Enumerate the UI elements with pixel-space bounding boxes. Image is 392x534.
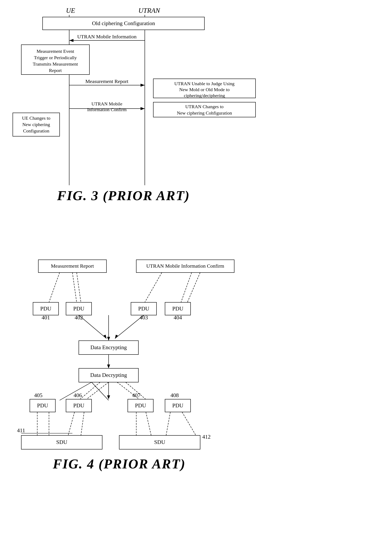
pdu406-text: PDU — [73, 402, 84, 409]
fig4-diagram: Measurement Report UTRAN Mobile Informat… — [0, 255, 392, 534]
sdu411-text: SDU — [56, 439, 67, 445]
ue-changes-line3: Configuration — [23, 128, 49, 134]
line-pdu408-sdu412b — [182, 412, 196, 435]
pdu405-num: 405 — [34, 392, 42, 398]
measurement-event-line3: Transmits Measurement — [33, 61, 78, 67]
meas-report-label: Measurement Report — [85, 79, 128, 84]
data-encrypting-text: Data Encrypting — [90, 344, 127, 350]
fig3-diagram: UE UTRAN Old ciphering Configuration UTR… — [0, 0, 392, 255]
pdu401-text: PDU — [40, 306, 51, 312]
measurement-event-line4: Report — [49, 68, 62, 73]
utran-mobile-confirm-label2: Information Confirm — [87, 107, 126, 112]
utran-changes-line1: UTRAN Changes to — [185, 104, 224, 109]
fig4-meas-report-text: Measurement Report — [51, 263, 94, 269]
pdu407-num: 407 — [132, 392, 140, 398]
pdu408-num: 408 — [171, 392, 179, 398]
fig3-title: FIG. 3 (PRIOR ART) — [57, 188, 190, 203]
arrow-to-encrypting2 — [115, 315, 144, 339]
sdu412-text: SDU — [154, 439, 165, 445]
pdu408-text: PDU — [172, 402, 183, 409]
sdu411-num: 411 — [17, 427, 25, 433]
line-to-pdu402a — [72, 273, 77, 302]
pdu404-num: 404 — [174, 315, 182, 321]
utran-unable-line3: ciphering/deciphering — [184, 93, 225, 98]
utran-changes-line2: New ciphering Cohfiguration — [177, 110, 232, 116]
decrypt-down-arrowhead — [107, 395, 110, 399]
arrow-decrypt-pdu406-main — [92, 382, 109, 400]
data-decrypting-text: Data Decrypting — [90, 372, 127, 378]
meas-report-arrowhead — [140, 84, 145, 87]
utran-mobile-info-arrowhead — [69, 39, 74, 42]
line-pdu407-sdu412b — [146, 412, 151, 435]
line-pdu408-sdu412a — [166, 412, 170, 435]
utran-unable-line2: New Mold or Old Mode to — [179, 87, 229, 92]
sdu412-num: 412 — [202, 434, 210, 440]
arrow-to-encrypting — [79, 315, 107, 339]
utran-label: UTRAN — [138, 7, 160, 14]
utran-unable-line1: UTRAN Unable to Judge Using — [174, 81, 234, 86]
fig4-title: FIG. 4 (PRIOR ART) — [53, 456, 186, 471]
line-to-pdu402b — [77, 273, 81, 302]
old-ciphering-text: Old ciphering Configuration — [92, 20, 155, 26]
measurement-event-line1: Measurement Event — [37, 49, 74, 54]
pdu404-text: PDU — [172, 306, 183, 312]
line-pdu406-sdu411a — [68, 412, 75, 435]
line-pdu406-sdu411b — [81, 412, 84, 435]
line-to-pdu403 — [145, 273, 162, 302]
ue-changes-line1: UE Changes to — [22, 115, 50, 121]
pdu401-num: 401 — [42, 315, 50, 321]
measurement-event-line2: Trigger or Periodically — [34, 55, 77, 60]
ue-label: UE — [66, 7, 75, 14]
arrow-encrypt-decrypt-head — [107, 365, 110, 368]
line-to-pdu404a — [181, 273, 192, 302]
arrow-down-encrypting-head — [107, 337, 110, 341]
utran-mobile-confirm-label1: UTRAN Mobile — [92, 101, 122, 107]
pdu406-num: 406 — [74, 392, 82, 398]
pdu407-text: PDU — [135, 402, 146, 409]
line-to-pdu404b — [187, 273, 200, 302]
pdu402-text: PDU — [73, 306, 84, 312]
utran-mobile-info-label: UTRAN Mobile Information — [77, 34, 137, 39]
pdu405-text: PDU — [37, 402, 48, 409]
ue-changes-line2: New ciphering — [22, 122, 50, 127]
utran-mobile-confirm-arrowhead — [140, 107, 145, 110]
pdu403-text: PDU — [138, 306, 149, 312]
fig4-utran-confirm-text: UTRAN Mobile Information Confirm — [146, 263, 224, 269]
line-to-pdu401 — [49, 273, 60, 302]
